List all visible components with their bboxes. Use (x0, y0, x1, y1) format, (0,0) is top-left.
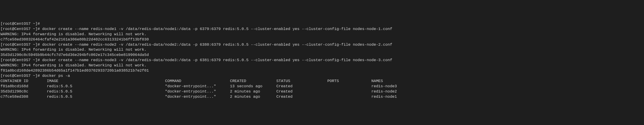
table-row: c7fce58ed308 redis:5.0.5 "docker-entrypo… (0, 94, 644, 100)
table-row: f01a0bcd168d redis:5.0.5 "docker-entrypo… (0, 84, 644, 89)
output-line: WARNING: IPv4 forwarding is disabled. Ne… (0, 63, 644, 68)
output-line: WARNING: IPv4 forwarding is disabled. Ne… (0, 32, 644, 37)
prompt-line: [root@CentOS7 ~]# (0, 21, 644, 26)
command-line: [root@CentOS7 ~]# docker create --name r… (0, 26, 644, 32)
output-line: c7fce58ed308326464cfaf42e2161a306e80b22d… (0, 37, 644, 42)
command-line: [root@CentOS7 ~]# docker ps -a (0, 74, 644, 79)
table-row: 35d3d1290c8c redis:5.0.5 "docker-entrypo… (0, 89, 644, 94)
output-line: f01a0bcd168de42892386b54d65a1f147b1ed037… (0, 68, 644, 74)
command-line: [root@CentOS7 ~]# docker create --name r… (0, 42, 644, 48)
output-line: WARNING: IPv4 forwarding is disabled. Ne… (0, 47, 644, 52)
terminal-screen[interactable]: [root@CentOS7 ~]#[root@CentOS7 ~]# docke… (0, 21, 644, 100)
table-header-row: CONTAINER ID IMAGE COMMAND CREATED STATU… (0, 79, 644, 84)
command-line: [root@CentOS7 ~]# docker create --name r… (0, 58, 644, 63)
output-line: 35d3d1290c8c5945b9b44cfc7d7e6d36e294bfc0… (0, 52, 644, 58)
